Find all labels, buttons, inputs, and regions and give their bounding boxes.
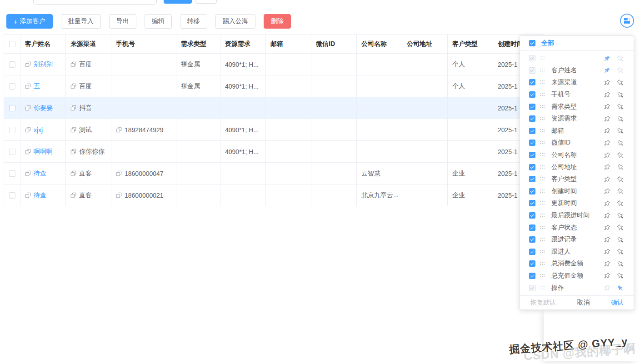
drag-handle-icon[interactable] — [540, 165, 545, 169]
pin-left-icon[interactable] — [604, 140, 610, 146]
copy-icon[interactable] — [70, 127, 76, 133]
drag-handle-icon[interactable] — [540, 214, 545, 217]
copy-icon[interactable] — [25, 127, 31, 133]
row-checkbox[interactable] — [9, 170, 15, 177]
edit-button[interactable]: 编辑 — [145, 14, 172, 29]
copy-icon[interactable] — [25, 105, 31, 111]
column-checkbox[interactable] — [529, 260, 535, 267]
search-input[interactable] — [33, 0, 157, 5]
column-checkbox[interactable] — [529, 115, 535, 122]
pin-right-icon[interactable] — [617, 79, 624, 86]
copy-icon[interactable] — [25, 83, 31, 89]
drag-handle-icon[interactable] — [540, 238, 545, 241]
pin-right-icon[interactable] — [617, 55, 624, 62]
drag-handle-icon[interactable] — [540, 189, 545, 193]
copy-icon[interactable] — [25, 149, 31, 155]
copy-icon[interactable] — [116, 127, 122, 133]
pin-right-icon[interactable] — [617, 248, 624, 255]
column-checkbox[interactable] — [529, 224, 535, 231]
column-checkbox[interactable] — [529, 152, 535, 158]
pin-right-icon[interactable] — [617, 67, 624, 74]
pin-left-icon[interactable] — [604, 236, 610, 243]
pin-right-icon[interactable] — [617, 115, 624, 122]
drag-handle-icon[interactable] — [540, 93, 545, 96]
pin-left-icon[interactable] — [604, 224, 610, 231]
drag-handle-icon[interactable] — [540, 69, 545, 72]
copy-icon[interactable] — [116, 192, 122, 198]
pin-right-icon[interactable] — [617, 260, 624, 267]
copy-icon[interactable] — [25, 170, 31, 176]
customer-name-link[interactable]: 你要要 — [34, 104, 53, 112]
drag-handle-icon[interactable] — [540, 129, 545, 133]
column-checkbox[interactable] — [529, 67, 535, 74]
table-row[interactable]: 别别别百度裸金属4090*1; H...个人2025-1 — [4, 54, 543, 75]
transfer-button[interactable]: 转移 — [180, 14, 207, 29]
drag-handle-icon[interactable] — [540, 250, 545, 254]
column-checkbox[interactable] — [529, 200, 535, 206]
column-checkbox[interactable] — [529, 104, 535, 110]
pin-right-icon[interactable] — [617, 284, 624, 291]
column-checkbox[interactable] — [529, 236, 535, 243]
copy-icon[interactable] — [70, 61, 76, 67]
kick-to-public-button[interactable]: 踢入公海 — [215, 14, 255, 29]
column-checkbox[interactable] — [529, 249, 535, 255]
copy-icon[interactable] — [70, 149, 76, 155]
copy-icon[interactable] — [70, 192, 76, 198]
pin-right-icon[interactable] — [617, 127, 624, 134]
drag-handle-icon[interactable] — [540, 226, 545, 229]
column-checkbox[interactable] — [529, 188, 535, 194]
delete-button[interactable]: 删除 — [264, 14, 291, 29]
pin-right-icon[interactable] — [617, 236, 624, 243]
column-settings-button[interactable] — [620, 14, 634, 28]
pin-right-icon[interactable] — [617, 103, 624, 110]
add-customer-button[interactable]: + 添加客户 — [6, 14, 53, 29]
copy-icon[interactable] — [70, 170, 76, 176]
select-all-columns-checkbox[interactable] — [529, 40, 535, 46]
table-row[interactable]: xjxj测试189284749294090*1; H...2025-1 — [4, 119, 543, 141]
reset-button[interactable] — [195, 0, 217, 4]
pin-left-icon[interactable] — [604, 127, 610, 134]
column-checkbox[interactable] — [529, 164, 535, 170]
confirm-button[interactable]: 确认 — [611, 299, 624, 307]
pin-left-icon[interactable] — [604, 115, 610, 122]
copy-icon[interactable] — [116, 170, 122, 176]
column-checkbox[interactable] — [529, 212, 535, 219]
copy-icon[interactable] — [70, 105, 76, 111]
pin-right-icon[interactable] — [617, 224, 624, 231]
row-checkbox[interactable] — [9, 83, 15, 90]
drag-handle-icon[interactable] — [540, 177, 545, 181]
pin-right-icon[interactable] — [617, 212, 624, 219]
pin-right-icon[interactable] — [617, 152, 624, 159]
pin-left-icon[interactable] — [604, 260, 610, 267]
row-checkbox[interactable] — [9, 61, 15, 68]
column-checkbox[interactable] — [529, 55, 535, 61]
pin-left-icon[interactable] — [604, 188, 610, 194]
pin-left-icon[interactable] — [604, 212, 610, 219]
pin-left-icon[interactable] — [604, 79, 610, 86]
column-checkbox[interactable] — [529, 285, 535, 291]
table-row[interactable]: 五百度裸金属4090*1; H...个人2025-1 — [4, 75, 543, 97]
drag-handle-icon[interactable] — [540, 153, 545, 157]
column-checkbox[interactable] — [529, 273, 535, 279]
customer-name-link[interactable]: 啊啊啊 — [34, 148, 53, 156]
row-checkbox[interactable] — [9, 127, 15, 133]
pin-right-icon[interactable] — [617, 176, 624, 183]
pin-left-icon[interactable] — [604, 55, 610, 62]
pin-right-icon[interactable] — [617, 200, 624, 207]
copy-icon[interactable] — [25, 192, 31, 198]
drag-handle-icon[interactable] — [540, 201, 545, 205]
export-button[interactable]: 导出 — [109, 14, 136, 29]
select-all-checkbox[interactable] — [9, 41, 15, 47]
pin-left-icon[interactable] — [604, 67, 610, 74]
drag-handle-icon[interactable] — [540, 117, 545, 120]
copy-icon[interactable] — [25, 61, 31, 67]
customer-name-link[interactable]: 待查 — [34, 170, 46, 178]
customer-name-link[interactable]: 五 — [34, 82, 40, 90]
search-button[interactable] — [164, 0, 192, 4]
column-checkbox[interactable] — [529, 140, 535, 146]
pin-left-icon[interactable] — [604, 152, 610, 159]
pin-right-icon[interactable] — [617, 164, 624, 170]
drag-handle-icon[interactable] — [540, 56, 545, 60]
restore-default-button[interactable]: 恢复默认 — [530, 299, 556, 307]
pin-left-icon[interactable] — [604, 103, 610, 110]
